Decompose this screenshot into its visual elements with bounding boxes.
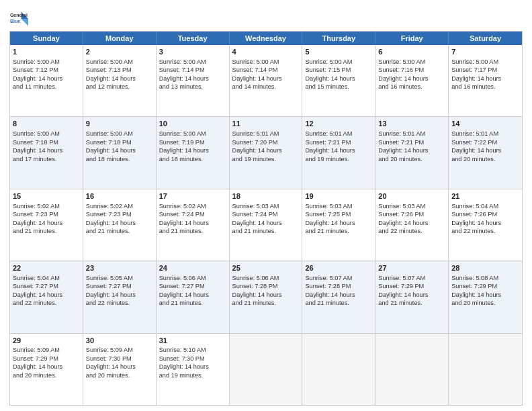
day-info-line: Daylight: 14 hours <box>86 75 153 83</box>
day-info-line: Daylight: 14 hours <box>378 291 445 299</box>
day-cell: 10Sunrise: 5:00 AMSunset: 7:19 PMDayligh… <box>157 117 230 188</box>
week-row-5: 29Sunrise: 5:09 AMSunset: 7:29 PMDayligh… <box>10 333 522 405</box>
day-info-line: Sunset: 7:24 PM <box>159 210 226 218</box>
day-number: 22 <box>13 263 80 273</box>
day-info-line: and 11 minutes. <box>13 83 80 91</box>
day-cell <box>375 334 449 405</box>
day-info-line: Sunset: 7:29 PM <box>378 282 445 290</box>
day-info-line: Sunrise: 5:01 AM <box>232 130 300 138</box>
day-number: 5 <box>305 47 372 57</box>
day-number: 21 <box>451 191 519 201</box>
day-info-line: Sunrise: 5:00 AM <box>86 58 153 66</box>
day-cell <box>302 334 375 405</box>
day-info-line: Sunset: 7:28 PM <box>232 282 300 290</box>
day-info-line: and 20 minutes. <box>378 155 445 163</box>
logo-icon: General Blue <box>9 9 28 28</box>
day-info-line: Sunset: 7:13 PM <box>86 66 153 74</box>
col-header-saturday: Saturday <box>449 32 522 45</box>
day-number: 27 <box>378 263 445 273</box>
day-info-line: Daylight: 14 hours <box>86 146 153 154</box>
day-info-line: Daylight: 14 hours <box>451 219 519 227</box>
day-number: 19 <box>305 191 372 201</box>
day-cell: 19Sunrise: 5:03 AMSunset: 7:25 PMDayligh… <box>302 189 375 261</box>
day-info-line: and 21 minutes. <box>232 299 300 307</box>
day-info-line: Daylight: 14 hours <box>159 291 226 299</box>
col-header-thursday: Thursday <box>302 32 375 45</box>
day-number: 2 <box>86 47 153 57</box>
day-info-line: Sunrise: 5:00 AM <box>378 58 445 66</box>
day-number: 13 <box>378 119 445 129</box>
day-info-line: Sunrise: 5:08 AM <box>451 274 519 282</box>
day-info-line: Sunrise: 5:02 AM <box>86 202 153 210</box>
day-number: 8 <box>13 119 80 129</box>
day-info-line: Daylight: 14 hours <box>451 75 519 83</box>
day-info-line: Sunrise: 5:10 AM <box>159 346 226 354</box>
day-info-line: Sunset: 7:30 PM <box>159 355 226 363</box>
day-info-line: and 19 minutes. <box>305 155 372 163</box>
day-info-line: Daylight: 14 hours <box>159 363 226 371</box>
day-cell: 6Sunrise: 5:00 AMSunset: 7:16 PMDaylight… <box>375 45 449 116</box>
day-info-line: and 13 minutes. <box>159 83 226 91</box>
weeks: 1Sunrise: 5:00 AMSunset: 7:12 PMDaylight… <box>10 45 522 405</box>
day-info-line: Sunset: 7:29 PM <box>13 355 80 363</box>
day-cell: 15Sunrise: 5:02 AMSunset: 7:23 PMDayligh… <box>10 189 83 261</box>
day-info-line: Sunrise: 5:01 AM <box>451 130 519 138</box>
day-number: 17 <box>159 191 226 201</box>
day-info-line: and 21 minutes. <box>13 227 80 235</box>
day-info-line: Sunset: 7:20 PM <box>232 138 300 146</box>
day-number: 25 <box>232 263 300 273</box>
day-info-line: and 19 minutes. <box>232 155 300 163</box>
day-cell: 21Sunrise: 5:04 AMSunset: 7:26 PMDayligh… <box>449 189 522 261</box>
day-info-line: Sunrise: 5:02 AM <box>13 202 80 210</box>
day-info-line: Daylight: 14 hours <box>86 291 153 299</box>
day-info-line: and 21 minutes. <box>86 227 153 235</box>
day-cell: 28Sunrise: 5:08 AMSunset: 7:29 PMDayligh… <box>449 261 522 332</box>
day-info-line: Sunrise: 5:03 AM <box>305 202 372 210</box>
day-cell: 2Sunrise: 5:00 AMSunset: 7:13 PMDaylight… <box>83 45 157 116</box>
day-info-line: and 22 minutes. <box>451 227 519 235</box>
day-info-line: Sunset: 7:27 PM <box>159 282 226 290</box>
day-cell: 17Sunrise: 5:02 AMSunset: 7:24 PMDayligh… <box>157 189 230 261</box>
day-info-line: and 22 minutes. <box>378 227 445 235</box>
day-info-line: and 21 minutes. <box>159 299 226 307</box>
day-info-line: Sunrise: 5:04 AM <box>13 274 80 282</box>
day-info-line: Sunset: 7:18 PM <box>86 138 153 146</box>
day-info-line: Sunset: 7:24 PM <box>232 210 300 218</box>
day-info-line: Sunset: 7:25 PM <box>305 210 372 218</box>
day-info-line: Sunrise: 5:03 AM <box>232 202 300 210</box>
day-info-line: Daylight: 14 hours <box>232 146 300 154</box>
day-info-line: and 18 minutes. <box>86 155 153 163</box>
day-info-line: Sunrise: 5:00 AM <box>159 130 226 138</box>
calendar: SundayMondayTuesdayWednesdayThursdayFrid… <box>9 31 523 406</box>
day-number: 29 <box>13 336 80 346</box>
day-info-line: Daylight: 14 hours <box>13 146 80 154</box>
day-info-line: Sunset: 7:29 PM <box>451 282 519 290</box>
day-info-line: and 20 minutes. <box>451 299 519 307</box>
col-header-monday: Monday <box>83 32 157 45</box>
day-info-line: Daylight: 14 hours <box>232 75 300 83</box>
day-cell: 8Sunrise: 5:00 AMSunset: 7:18 PMDaylight… <box>10 117 83 188</box>
day-info-line: and 18 minutes. <box>159 155 226 163</box>
day-number: 12 <box>305 119 372 129</box>
logo: General Blue <box>9 9 28 28</box>
day-info-line: Sunrise: 5:00 AM <box>232 58 300 66</box>
page: General Blue SundayMondayTuesdayWednesda… <box>0 0 532 411</box>
day-info-line: Daylight: 14 hours <box>159 146 226 154</box>
day-cell: 12Sunrise: 5:01 AMSunset: 7:21 PMDayligh… <box>302 117 375 188</box>
day-info-line: Sunset: 7:22 PM <box>451 138 519 146</box>
day-info-line: and 21 minutes. <box>378 299 445 307</box>
day-cell: 7Sunrise: 5:00 AMSunset: 7:17 PMDaylight… <box>449 45 522 116</box>
day-info-line: Sunset: 7:14 PM <box>232 66 300 74</box>
day-info-line: and 21 minutes. <box>159 227 226 235</box>
day-info-line: Daylight: 14 hours <box>159 219 226 227</box>
day-info-line: Sunset: 7:12 PM <box>13 66 80 74</box>
day-info-line: Sunrise: 5:07 AM <box>378 274 445 282</box>
day-number: 7 <box>451 47 519 57</box>
svg-text:Blue: Blue <box>10 19 20 24</box>
day-info-line: Sunset: 7:23 PM <box>13 210 80 218</box>
day-info-line: and 20 minutes. <box>86 371 153 379</box>
svg-text:General: General <box>10 13 28 17</box>
day-info-line: and 16 minutes. <box>451 83 519 91</box>
day-info-line: Daylight: 14 hours <box>378 146 445 154</box>
day-info-line: Sunrise: 5:09 AM <box>86 346 153 354</box>
